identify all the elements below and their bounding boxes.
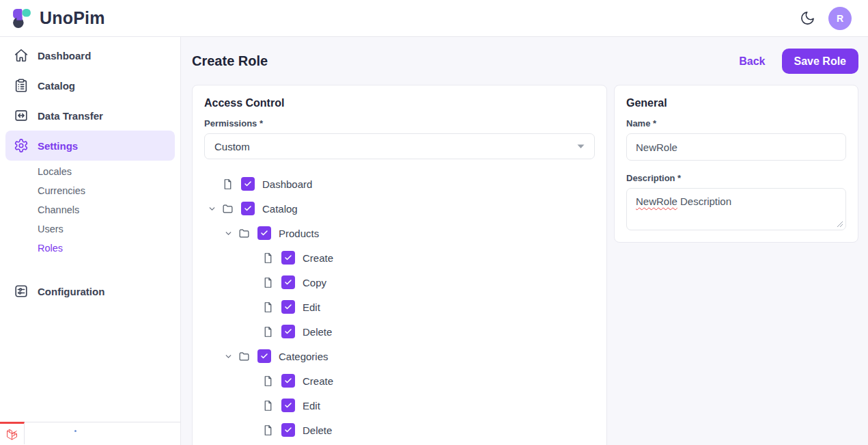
- checkbox[interactable]: [241, 202, 255, 215]
- tree-row[interactable]: Edit: [204, 295, 595, 319]
- sidebar-item-roles[interactable]: Roles: [5, 239, 175, 258]
- sub-item-label: Locales: [38, 166, 72, 177]
- sidebar-item-dashboard[interactable]: Dashboard: [5, 40, 175, 70]
- chevron-down-icon[interactable]: [224, 352, 238, 361]
- back-button[interactable]: Back: [739, 55, 765, 68]
- tree-row[interactable]: Catalog: [204, 196, 595, 221]
- sidebar: Dashboard Catalog: [0, 37, 181, 445]
- checkbox[interactable]: [281, 399, 295, 412]
- permissions-label: Permissions *: [204, 118, 595, 129]
- tree-row-label: Categories: [279, 351, 328, 362]
- sub-item-label: Channels: [38, 204, 79, 215]
- tree-row[interactable]: Create: [204, 368, 595, 393]
- name-field[interactable]: [626, 133, 846, 161]
- dark-mode-toggle[interactable]: [798, 10, 816, 27]
- gear-icon: [14, 138, 29, 153]
- user-avatar[interactable]: R: [828, 7, 852, 30]
- caret-down-icon: [577, 144, 585, 149]
- clipboard-icon: [14, 78, 29, 93]
- tree-row[interactable]: Create: [204, 245, 595, 270]
- description-word-rest: Description: [677, 195, 731, 207]
- save-role-button[interactable]: Save Role: [782, 49, 858, 74]
- sidebar-item-settings[interactable]: Settings: [5, 131, 175, 161]
- tree-row-label: Delete: [303, 424, 332, 436]
- description-word-misspelled: NewRole: [636, 195, 677, 207]
- sidebar-item-configuration[interactable]: Configuration: [5, 276, 175, 306]
- sidebar-item-data-transfer[interactable]: Data Transfer: [5, 100, 175, 131]
- permissions-select-value: Custom: [214, 141, 250, 152]
- file-icon: [262, 252, 274, 264]
- access-control-title: Access Control: [204, 97, 595, 109]
- tree-row-label: Delete: [303, 326, 332, 338]
- checkbox[interactable]: [281, 374, 295, 388]
- tree-row-label: Create: [303, 375, 333, 387]
- checkbox[interactable]: [241, 177, 255, 191]
- sidebar-item-locales[interactable]: Locales: [5, 162, 175, 181]
- resize-handle-icon[interactable]: [837, 221, 843, 228]
- sidebar-item-channels[interactable]: Channels: [5, 200, 175, 219]
- checkbox[interactable]: [281, 251, 295, 265]
- sidebar-item-label: Settings: [38, 140, 78, 152]
- tree-row[interactable]: Edit: [204, 393, 595, 418]
- general-title: General: [626, 97, 846, 109]
- sidebar-item-currencies[interactable]: Currencies: [5, 181, 175, 200]
- checkbox[interactable]: [257, 226, 271, 240]
- sub-item-label: Users: [38, 224, 64, 234]
- checkbox[interactable]: [281, 423, 295, 437]
- sidebar-item-label: Dashboard: [38, 50, 91, 62]
- tree-row[interactable]: Categories: [204, 344, 595, 368]
- debug-dot: [74, 430, 76, 432]
- file-icon: [262, 424, 274, 436]
- description-field[interactable]: NewRole Description: [626, 188, 846, 230]
- home-icon: [14, 48, 29, 63]
- name-label: Name *: [626, 118, 846, 129]
- tree-row[interactable]: Products: [204, 221, 595, 245]
- debugbar-toggle[interactable]: [0, 422, 25, 444]
- tree-row-label: Edit: [303, 400, 320, 412]
- tree-row[interactable]: Dashboard: [204, 172, 595, 196]
- sidebar-item-label: Catalog: [38, 80, 75, 92]
- tree-row-label: Products: [279, 228, 319, 239]
- folder-icon: [222, 203, 234, 215]
- sub-item-label: Roles: [38, 243, 63, 254]
- tree-row[interactable]: Delete: [204, 319, 595, 344]
- sidebar-item-users[interactable]: Users: [5, 219, 175, 239]
- file-icon: [262, 400, 274, 412]
- tree-row[interactable]: Delete: [204, 418, 595, 442]
- logo-text: UnoPim: [40, 8, 105, 28]
- access-control-card: Access Control Permissions * Custom: [192, 85, 607, 445]
- tree-row-label: Catalog: [262, 203, 298, 215]
- general-card: General Name * Description * NewRole Des…: [614, 85, 858, 243]
- tree-row-label: Create: [303, 252, 333, 264]
- sidebar-item-catalog[interactable]: Catalog: [5, 70, 175, 100]
- page-title: Create Role: [192, 53, 268, 69]
- moon-icon: [800, 10, 815, 26]
- folder-icon: [238, 228, 250, 239]
- main-content: Create Role Back Save Role Access Contro…: [181, 37, 868, 445]
- sidebar-item-label: Data Transfer: [38, 110, 103, 122]
- permissions-select[interactable]: Custom: [204, 133, 595, 159]
- checkbox[interactable]: [257, 349, 271, 363]
- checkbox[interactable]: [281, 275, 295, 289]
- file-icon: [262, 277, 274, 288]
- permissions-tree: Dashboard Catalog: [204, 172, 595, 442]
- checkbox[interactable]: [281, 325, 295, 338]
- laravel-icon: [5, 427, 19, 442]
- tree-row-label: Copy: [303, 277, 326, 288]
- unopim-logo-icon: [11, 7, 33, 29]
- tree-row[interactable]: Copy: [204, 270, 595, 295]
- chevron-down-icon[interactable]: [208, 204, 222, 213]
- folder-icon: [238, 351, 250, 362]
- sub-item-label: Currencies: [38, 185, 85, 196]
- app-logo[interactable]: UnoPim: [11, 7, 105, 29]
- top-header: UnoPim R: [0, 0, 868, 37]
- sidebar-item-label: Configuration: [38, 286, 104, 297]
- file-icon: [222, 178, 234, 190]
- file-icon: [262, 301, 274, 313]
- sliders-icon: [14, 284, 29, 299]
- chevron-down-icon[interactable]: [224, 229, 238, 238]
- checkbox[interactable]: [281, 300, 295, 314]
- description-label: Description *: [626, 173, 846, 183]
- tree-row-label: Edit: [303, 301, 320, 313]
- file-icon: [262, 375, 274, 387]
